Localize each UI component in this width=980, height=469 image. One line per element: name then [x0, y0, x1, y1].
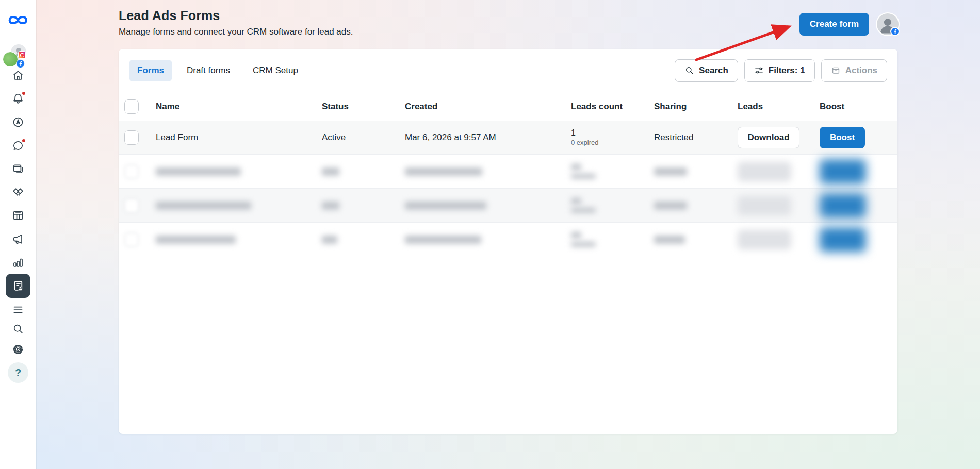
sidebar-item-home[interactable] [11, 69, 25, 82]
column-header-leads-count: Leads count [571, 102, 654, 112]
sidebar-item-search[interactable] [11, 322, 25, 336]
create-form-button[interactable]: Create form [799, 13, 869, 36]
table-header-row: Name Status Created Leads count Sharing … [119, 92, 897, 121]
instagram-badge-icon [18, 51, 26, 59]
row-checkbox-blurred [124, 198, 139, 213]
bar-chart-icon [11, 256, 25, 269]
table-row-blurred [119, 188, 897, 222]
column-header-name: Name [156, 102, 322, 112]
sidebar-item-settings[interactable] [11, 343, 25, 356]
hamburger-menu-icon [11, 303, 25, 316]
billing-table-icon [11, 209, 25, 222]
column-header-boost: Boost [820, 102, 887, 112]
blurred-status [322, 202, 339, 210]
facebook-badge-icon [16, 59, 25, 68]
blurred-leads-count [571, 164, 654, 179]
sidebar-item-content[interactable] [11, 162, 25, 176]
sidebar-item-commerce[interactable] [11, 186, 25, 199]
blurred-download-button [738, 196, 791, 215]
cell-status: Active [322, 132, 405, 143]
blurred-download-button [738, 230, 791, 249]
instant-forms-icon [11, 279, 25, 293]
blurred-status [322, 167, 339, 176]
stacked-windows-icon [11, 162, 25, 176]
sidebar-item-help[interactable]: ? [8, 362, 28, 383]
megaphone-icon [11, 232, 25, 246]
sidebar-item-insights[interactable] [11, 256, 25, 269]
card-toolbar: Forms Draft forms CRM Setup Search Filte… [119, 49, 897, 92]
column-header-status: Status [322, 102, 405, 112]
filter-sliders-icon [754, 65, 764, 75]
cell-leads-count: 1 0 expired [571, 128, 654, 147]
meta-infinity-icon [7, 12, 29, 28]
sidebar-item-ads-manager[interactable] [11, 115, 25, 129]
row-checkbox-blurred [124, 164, 139, 179]
sidebar-item-billing[interactable] [11, 209, 25, 222]
blurred-boost-button [820, 227, 866, 252]
blurred-name [156, 167, 241, 176]
blurred-boost-button [820, 159, 866, 184]
blurred-name [156, 236, 236, 244]
page-title: Lead Ads Forms [119, 8, 220, 23]
sidebar-item-all-tools[interactable] [11, 303, 25, 316]
sidebar-item-inbox[interactable] [11, 139, 25, 153]
lead-forms-card: Forms Draft forms CRM Setup Search Filte… [119, 49, 897, 434]
actions-button[interactable]: Actions [821, 59, 887, 82]
boost-button[interactable]: Boost [820, 127, 865, 148]
table-row-blurred [119, 154, 897, 188]
sidebar-item-notifications[interactable] [11, 92, 25, 105]
gear-icon [11, 343, 25, 356]
sidebar-item-instant-forms-selected[interactable] [6, 274, 30, 298]
filters-button[interactable]: Filters: 1 [744, 59, 815, 82]
page-subtitle: Manage forms and connect your CRM softwa… [119, 27, 353, 37]
select-all-checkbox[interactable] [124, 99, 139, 114]
blurred-leads-count [571, 198, 654, 213]
tab-bar: Forms Draft forms CRM Setup [129, 60, 306, 81]
tab-forms[interactable]: Forms [129, 60, 172, 81]
cell-form-name: Lead Form [156, 132, 322, 143]
home-icon [11, 69, 25, 82]
blurred-sharing [654, 202, 687, 210]
filters-button-label: Filters: 1 [769, 65, 805, 76]
search-icon [684, 65, 694, 75]
meta-logo[interactable] [7, 12, 29, 28]
toolbar-actions: Search Filters: 1 Actions [675, 59, 887, 82]
table-row: Lead Form Active Mar 6, 2026 at 9:57 AM … [119, 121, 897, 154]
blurred-created [405, 236, 481, 244]
actions-button-label: Actions [845, 65, 877, 76]
help-question-mark: ? [15, 367, 21, 379]
blurred-boost-button [820, 193, 866, 218]
blurred-download-button [738, 162, 791, 181]
column-header-leads: Leads [738, 102, 820, 112]
download-button[interactable]: Download [738, 127, 799, 148]
table-row-blurred [119, 222, 897, 256]
facebook-badge-icon [890, 27, 900, 36]
ads-manager-icon [11, 115, 25, 129]
blurred-created [405, 167, 482, 176]
search-button[interactable]: Search [675, 59, 738, 82]
meta-business-suite-page: { "sidebar": { "icons": ["meta-logo", "b… [0, 0, 980, 469]
user-avatar[interactable] [877, 13, 899, 35]
cell-created: Mar 6, 2026 at 9:57 AM [405, 132, 571, 143]
cell-sharing: Restricted [654, 132, 738, 143]
business-profile-avatar[interactable] [3, 44, 27, 68]
search-icon [11, 322, 25, 336]
blurred-sharing [654, 167, 687, 176]
leads-count-value: 1 [571, 128, 654, 139]
blurred-sharing [654, 236, 685, 244]
tab-draft-forms[interactable]: Draft forms [178, 60, 238, 81]
sidebar: ? [0, 0, 36, 469]
blurred-status [322, 236, 337, 244]
column-header-created: Created [405, 102, 571, 112]
leads-expired-value: 0 expired [571, 139, 654, 147]
column-header-sharing: Sharing [654, 102, 738, 112]
inbox-dot [21, 138, 26, 143]
notification-dot [21, 91, 26, 96]
row-checkbox[interactable] [124, 130, 139, 145]
search-button-label: Search [699, 65, 728, 76]
sidebar-item-ads[interactable] [11, 232, 25, 246]
tab-crm-setup[interactable]: CRM Setup [244, 60, 306, 81]
blurred-created [405, 202, 486, 210]
handshake-icon [11, 186, 25, 199]
blurred-leads-count [571, 232, 654, 247]
